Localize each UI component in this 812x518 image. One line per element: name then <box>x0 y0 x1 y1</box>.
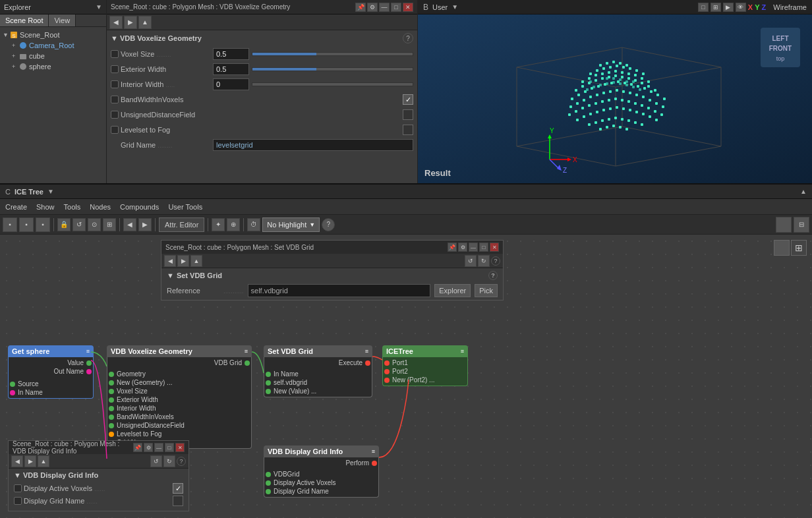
port-voxelsize-dot[interactable] <box>109 389 114 394</box>
svdb-set[interactable]: ⚙ <box>458 243 467 252</box>
levelset-checkbox[interactable] <box>111 126 119 134</box>
interior-width-checkbox[interactable] <box>111 80 119 88</box>
star-icon[interactable]: ✦ <box>212 218 225 231</box>
nav-back[interactable]: ◀ <box>109 16 123 29</box>
prop-maximize[interactable]: □ <box>391 3 401 12</box>
port-dispname-dot[interactable] <box>266 489 271 494</box>
svdb-fwd[interactable]: ▶ <box>177 255 189 267</box>
dg-h[interactable]: ? <box>177 457 186 466</box>
bandwidth-checkbox[interactable] <box>111 96 119 103</box>
tree-cube[interactable]: + cube <box>12 51 103 61</box>
svdb-max[interactable]: □ <box>479 243 488 252</box>
exterior-width-input[interactable] <box>213 63 249 75</box>
tab-scene-root[interactable]: Scene Root <box>0 14 49 26</box>
viewport-icon2[interactable]: ⊞ <box>710 3 721 12</box>
svdb-min[interactable]: — <box>469 243 478 252</box>
toolbar-btn2[interactable]: ▪ <box>19 217 34 232</box>
gridname-input[interactable] <box>213 139 413 151</box>
menu-show[interactable]: Show <box>36 203 55 211</box>
viewport-icon3[interactable]: ▶ <box>723 3 734 12</box>
menu-nodes[interactable]: Nodes <box>90 203 111 211</box>
toolbar-btn1[interactable]: ▪ <box>3 217 17 232</box>
dg-r2[interactable]: ↻ <box>163 455 175 467</box>
dg-min[interactable]: — <box>154 443 163 452</box>
tile-multi[interactable]: ⊟ <box>794 217 809 233</box>
svdb-pin[interactable]: 📌 <box>448 243 457 252</box>
interior-width-input[interactable] <box>213 78 249 90</box>
port-inname-dot[interactable] <box>10 390 15 395</box>
port-dispvox-dot[interactable] <box>266 480 271 486</box>
dg-max[interactable]: □ <box>165 443 174 452</box>
nav-forward[interactable]: ▶ <box>124 16 137 29</box>
ice-panel-expand[interactable]: ▲ <box>800 188 807 195</box>
svdb-r2[interactable]: ↻ <box>478 255 490 267</box>
nav-left[interactable]: ◀ <box>123 218 136 231</box>
exterior-width-checkbox[interactable] <box>111 65 119 73</box>
port-vdbgrid2-dot[interactable] <box>266 472 271 477</box>
menu-create[interactable]: Create <box>5 203 27 211</box>
port-selfvdb-dot[interactable] <box>266 380 271 386</box>
no-highlight-dropdown[interactable]: No Highlight ▼ <box>262 217 320 232</box>
ice-expand[interactable]: ▼ <box>47 188 54 195</box>
port-vdbgrid-dot[interactable] <box>245 360 250 366</box>
settings-icon[interactable]: ⚙ <box>367 3 378 12</box>
attr-editor-btn[interactable]: Attr. Editor <box>159 217 204 232</box>
section-help[interactable]: ? <box>403 33 413 43</box>
node-vdb-voxelize[interactable]: VDB Voxelize Geometry ≡ VDB Grid Geometr… <box>107 345 252 449</box>
port-newgeo-dot[interactable] <box>109 380 114 386</box>
port-value-dot[interactable] <box>86 360 92 366</box>
menu-compounds[interactable]: Compounds <box>120 203 159 211</box>
help-btn[interactable]: ? <box>322 218 335 231</box>
target-icon[interactable]: ⊕ <box>227 218 240 231</box>
toolbar-btn3[interactable]: ▪ <box>36 217 50 232</box>
svdb-r1[interactable]: ↺ <box>465 255 477 267</box>
port-geo-dot[interactable] <box>109 372 114 377</box>
tile-single[interactable] <box>776 217 792 233</box>
node-icetree[interactable]: ICETree ≡ Port1 Port2 New (Port2) ... <box>382 345 468 386</box>
node-get-sphere[interactable]: Get sphere ≡ Value Out Name Source <box>8 345 94 399</box>
ref-input[interactable] <box>248 284 431 297</box>
pin-icon[interactable]: 📌 <box>355 3 366 12</box>
dg-gn-checkbox[interactable] <box>14 497 22 505</box>
port-outname-dot[interactable] <box>86 369 92 374</box>
tree-scene-root[interactable]: ▼ S Scene_Root <box>3 30 103 40</box>
layout-icon[interactable]: ⊞ <box>103 218 116 231</box>
unsigned-checkbox[interactable] <box>111 111 119 119</box>
port-intwidth-dot[interactable] <box>109 406 114 411</box>
prop-minimize[interactable]: — <box>379 3 390 12</box>
dg-up[interactable]: ▲ <box>38 455 49 467</box>
viewport-eye[interactable]: 👁 <box>736 3 746 12</box>
voxel-size-checkbox[interactable] <box>111 50 119 58</box>
dg-fwd[interactable]: ▶ <box>24 455 36 467</box>
lock-icon[interactable]: 🔒 <box>57 218 71 231</box>
svdb-h[interactable]: ? <box>491 256 500 266</box>
levelset-check[interactable] <box>403 125 413 135</box>
port-port2-dot[interactable] <box>384 369 390 374</box>
nav-right[interactable]: ▶ <box>138 218 152 231</box>
pick-btn[interactable]: Pick <box>475 284 498 297</box>
dg-gn-check[interactable] <box>173 496 183 506</box>
port-udf-dot[interactable] <box>109 423 114 428</box>
port-execute-dot[interactable] <box>365 360 370 366</box>
refresh-icon[interactable]: ↺ <box>72 218 86 231</box>
port-bw-dot[interactable] <box>109 415 114 420</box>
port-newport2-dot[interactable] <box>384 378 390 383</box>
dg-set[interactable]: ⚙ <box>144 443 153 452</box>
unsigned-check[interactable] <box>403 109 413 120</box>
viewport-dropdown[interactable]: ▼ <box>451 3 458 11</box>
tile-1x2[interactable]: ⊞ <box>791 240 807 256</box>
dg-av-checkbox[interactable] <box>14 484 22 492</box>
dg-r1[interactable]: ↺ <box>150 455 162 467</box>
svdb-back[interactable]: ◀ <box>164 255 176 267</box>
clock-icon[interactable]: ⏱ <box>247 218 260 231</box>
node-set-vdb-grid[interactable]: Set VDB Grid ≡ Execute In Name self.vdbg… <box>264 345 372 397</box>
nav-up[interactable]: ▲ <box>138 16 152 29</box>
port-inname2-dot[interactable] <box>266 372 271 377</box>
dg-close[interactable]: ✕ <box>175 443 185 452</box>
port-source-dot[interactable] <box>10 382 15 387</box>
port-ltf-dot[interactable] <box>109 432 114 437</box>
explorer-arrow[interactable]: ▼ <box>96 3 102 11</box>
dg-pin[interactable]: 📌 <box>133 443 142 452</box>
bandwidth-check[interactable]: ✓ <box>403 94 413 105</box>
explorer-btn[interactable]: Explorer <box>434 284 471 297</box>
